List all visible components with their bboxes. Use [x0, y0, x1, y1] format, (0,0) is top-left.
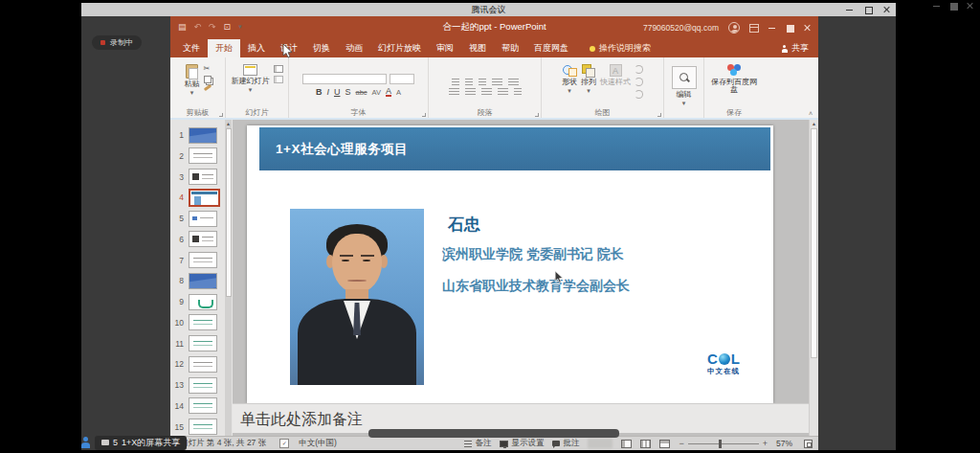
line-spacing-icon[interactable]	[492, 79, 502, 86]
shapes-button[interactable]: 形状 ▾	[562, 61, 577, 107]
quick-styles-button[interactable]: A 快速样式	[600, 61, 631, 107]
zoom-out-icon[interactable]: −	[679, 440, 683, 448]
chat-icon[interactable]	[101, 440, 109, 445]
language-text[interactable]: 中文(中国)	[299, 438, 337, 449]
arrange-button[interactable]: 排列 ▾	[581, 61, 596, 107]
thumbnail-preview[interactable]	[189, 335, 217, 351]
thumbnail-preview[interactable]	[189, 169, 217, 185]
participants-icon[interactable]	[80, 437, 91, 448]
slide-thumbnail-10[interactable]: 10	[170, 313, 233, 332]
slide-title-bar[interactable]: 1+X社会心理服务项目	[259, 127, 770, 170]
scroll-up-icon[interactable]: ▲	[810, 120, 818, 127]
shape-fill-icon[interactable]	[635, 65, 643, 74]
slide-thumbnail-12[interactable]: 12	[170, 354, 233, 374]
meeting-restore-icon[interactable]	[864, 6, 872, 13]
shape-effects-icon[interactable]	[635, 90, 643, 99]
thumbnail-preview[interactable]	[189, 189, 220, 207]
meeting-minimize-icon[interactable]	[846, 6, 854, 13]
tab-视图[interactable]: 视图	[461, 39, 494, 57]
ppt-close-icon[interactable]	[803, 24, 811, 32]
zoom-slider[interactable]	[688, 443, 759, 444]
zoom-slider-thumb[interactable]	[719, 440, 722, 448]
slide-thumbnail-3[interactable]: 3	[170, 168, 233, 187]
font-color-button[interactable]: A	[386, 87, 391, 97]
person-title-line2[interactable]: 山东省职业技术教育学会副会长	[442, 278, 630, 295]
thumbnail-preview[interactable]	[189, 419, 217, 435]
font-dialog-launcher-icon[interactable]	[422, 113, 426, 117]
italic-button[interactable]: I	[326, 87, 329, 97]
undo-icon[interactable]: ↶	[194, 21, 202, 33]
tab-帮助[interactable]: 帮助	[494, 39, 526, 57]
slide-thumbnail-7[interactable]: 7	[170, 251, 233, 270]
thumbnail-preview[interactable]	[189, 147, 217, 164]
tab-插入[interactable]: 插入	[240, 39, 273, 57]
thumbnail-scrollbar-thumb[interactable]	[226, 128, 232, 297]
tab-幻灯片放映[interactable]: 幻灯片放映	[370, 39, 429, 57]
thumbnail-preview[interactable]	[189, 294, 217, 310]
reading-view-icon[interactable]	[659, 440, 670, 448]
person-name[interactable]: 石忠	[448, 214, 480, 236]
thumb-scroll-up-icon[interactable]: ▲	[225, 121, 232, 127]
close-icon[interactable]	[966, 2, 973, 10]
character-spacing-button[interactable]: AV	[372, 88, 381, 97]
underline-button[interactable]: U	[334, 87, 341, 97]
font-size-input[interactable]	[390, 74, 414, 84]
slide-thumbnail-14[interactable]: 14	[170, 396, 233, 416]
ppt-maximize-icon[interactable]	[786, 24, 793, 32]
tab-审阅[interactable]: 审阅	[429, 39, 461, 57]
align-center-icon[interactable]	[465, 88, 476, 96]
shadow-button[interactable]: S	[345, 87, 350, 97]
layout-icon[interactable]	[274, 65, 283, 73]
thumbnail-scrollbar[interactable]	[225, 120, 232, 436]
slide-sorter-view-icon[interactable]	[640, 440, 651, 448]
save-icon[interactable]: ▤	[178, 21, 187, 33]
share-button[interactable]: 共享	[781, 39, 818, 57]
columns-icon[interactable]	[514, 88, 522, 96]
slide-thumbnail-11[interactable]: 11	[170, 334, 233, 353]
shape-outline-icon[interactable]	[635, 78, 643, 86]
thumbnail-preview[interactable]	[189, 211, 217, 227]
thumbnail-preview[interactable]	[189, 273, 217, 289]
copy-icon[interactable]	[204, 76, 212, 83]
new-slide-button[interactable]: 新建幻灯片 ▾	[232, 61, 270, 107]
meeting-mini-bar[interactable]: 5 1+X的屏幕共享	[80, 435, 187, 450]
save-to-baidu-button[interactable]: 保存到百度网盘	[708, 61, 760, 107]
slideshow-icon[interactable]: ⊡	[224, 21, 232, 33]
bold-button[interactable]: B	[316, 87, 323, 97]
notes-toggle-button[interactable]: 备注	[464, 438, 491, 449]
strikethrough-button[interactable]: abc	[355, 88, 367, 97]
thumbnail-preview[interactable]	[189, 127, 217, 144]
slide-thumbnail-6[interactable]: 6	[170, 230, 233, 249]
tab-开始[interactable]: 开始	[208, 39, 240, 57]
thumbnail-preview[interactable]	[189, 314, 217, 330]
slide-thumbnail-5[interactable]: 5	[170, 209, 233, 228]
slide-thumbnail-15[interactable]: 15	[170, 418, 233, 437]
account-avatar[interactable]	[728, 22, 740, 34]
tell-me-search[interactable]: 操作说明搜索	[590, 39, 651, 57]
spell-check-icon[interactable]: ✓	[279, 439, 289, 448]
align-right-icon[interactable]	[481, 88, 492, 96]
slide-thumbnail-8[interactable]: 8	[170, 271, 233, 290]
text-direction-icon[interactable]	[508, 79, 519, 86]
slide-thumbnail-1[interactable]: 1	[170, 125, 233, 145]
paste-button[interactable]: 粘贴 ▾	[185, 61, 200, 107]
meeting-close-icon[interactable]	[882, 6, 890, 13]
collapse-ribbon-icon[interactable]: ˄	[809, 110, 813, 117]
qat-dropdown-icon[interactable]: ▾	[238, 21, 242, 33]
indent-icon[interactable]	[479, 79, 486, 86]
main-scrollbar[interactable]: ▲ ▲ ▼	[809, 120, 818, 450]
thumbnail-preview[interactable]	[189, 252, 217, 268]
main-scrollbar-thumb[interactable]	[811, 128, 817, 358]
desktop-window-controls[interactable]	[933, 2, 973, 10]
portrait-photo[interactable]	[290, 209, 424, 385]
slide-thumbnail-2[interactable]: 2	[170, 147, 233, 166]
numbering-icon[interactable]	[465, 79, 473, 86]
normal-view-icon[interactable]	[621, 440, 632, 448]
slide[interactable]: 1+X社会心理服务项目 石忠 滨州职业学院 党委副书记 院长 山东省职业技术教育…	[247, 125, 773, 403]
editing-button[interactable]: 编辑 ▾	[672, 61, 697, 107]
fit-to-window-icon[interactable]	[804, 440, 813, 448]
person-title-line1[interactable]: 滨州职业学院 党委副书记 院长	[442, 246, 624, 263]
justify-icon[interactable]	[498, 88, 508, 96]
zoom-in-icon[interactable]: +	[763, 440, 768, 448]
align-left-icon[interactable]	[449, 88, 459, 96]
